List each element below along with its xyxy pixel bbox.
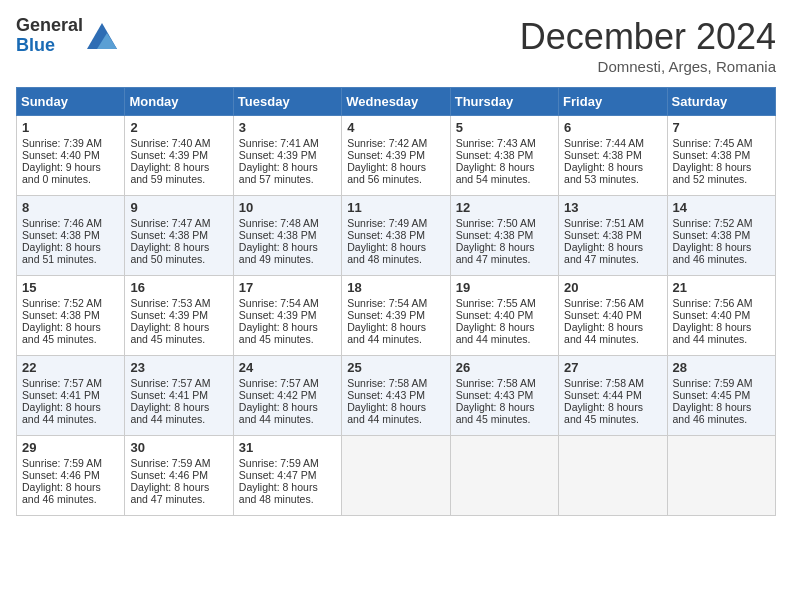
calendar-cell: 17 Sunrise: 7:54 AM Sunset: 4:39 PM Dayl… — [233, 276, 341, 356]
sunset-label: Sunset: 4:38 PM — [456, 149, 534, 161]
header-row: Sunday Monday Tuesday Wednesday Thursday… — [17, 88, 776, 116]
day-number: 24 — [239, 360, 336, 375]
day-number: 3 — [239, 120, 336, 135]
day-number: 18 — [347, 280, 444, 295]
sunset-label: Sunset: 4:39 PM — [130, 309, 208, 321]
th-monday: Monday — [125, 88, 233, 116]
calendar-header: Sunday Monday Tuesday Wednesday Thursday… — [17, 88, 776, 116]
sunrise-label: Sunrise: 7:52 AM — [22, 297, 102, 309]
sunset-label: Sunset: 4:43 PM — [456, 389, 534, 401]
day-number: 28 — [673, 360, 770, 375]
daylight-label: Daylight: 8 hours and 48 minutes. — [239, 481, 318, 505]
daylight-label: Daylight: 8 hours and 44 minutes. — [22, 401, 101, 425]
calendar-cell: 30 Sunrise: 7:59 AM Sunset: 4:46 PM Dayl… — [125, 436, 233, 516]
sunrise-label: Sunrise: 7:41 AM — [239, 137, 319, 149]
sunrise-label: Sunrise: 7:59 AM — [130, 457, 210, 469]
daylight-label: Daylight: 8 hours and 56 minutes. — [347, 161, 426, 185]
sunset-label: Sunset: 4:38 PM — [564, 149, 642, 161]
sunset-label: Sunset: 4:38 PM — [564, 229, 642, 241]
calendar-cell: 22 Sunrise: 7:57 AM Sunset: 4:41 PM Dayl… — [17, 356, 125, 436]
day-number: 23 — [130, 360, 227, 375]
sunset-label: Sunset: 4:39 PM — [347, 149, 425, 161]
th-saturday: Saturday — [667, 88, 775, 116]
day-number: 9 — [130, 200, 227, 215]
day-number: 17 — [239, 280, 336, 295]
sunset-label: Sunset: 4:39 PM — [239, 149, 317, 161]
sunrise-label: Sunrise: 7:39 AM — [22, 137, 102, 149]
calendar-cell: 29 Sunrise: 7:59 AM Sunset: 4:46 PM Dayl… — [17, 436, 125, 516]
sunrise-label: Sunrise: 7:55 AM — [456, 297, 536, 309]
daylight-label: Daylight: 8 hours and 54 minutes. — [456, 161, 535, 185]
logo-icon — [87, 23, 117, 49]
month-title: December 2024 — [520, 16, 776, 58]
daylight-label: Daylight: 8 hours and 45 minutes. — [564, 401, 643, 425]
sunrise-label: Sunrise: 7:49 AM — [347, 217, 427, 229]
th-tuesday: Tuesday — [233, 88, 341, 116]
sunrise-label: Sunrise: 7:44 AM — [564, 137, 644, 149]
calendar-cell: 16 Sunrise: 7:53 AM Sunset: 4:39 PM Dayl… — [125, 276, 233, 356]
sunset-label: Sunset: 4:38 PM — [673, 229, 751, 241]
calendar-row-3: 15 Sunrise: 7:52 AM Sunset: 4:38 PM Dayl… — [17, 276, 776, 356]
calendar-cell: 19 Sunrise: 7:55 AM Sunset: 4:40 PM Dayl… — [450, 276, 558, 356]
daylight-label: Daylight: 8 hours and 44 minutes. — [239, 401, 318, 425]
daylight-label: Daylight: 8 hours and 45 minutes. — [456, 401, 535, 425]
calendar-cell: 10 Sunrise: 7:48 AM Sunset: 4:38 PM Dayl… — [233, 196, 341, 276]
sunset-label: Sunset: 4:40 PM — [456, 309, 534, 321]
calendar-cell — [342, 436, 450, 516]
calendar-body: 1 Sunrise: 7:39 AM Sunset: 4:40 PM Dayli… — [17, 116, 776, 516]
sunrise-label: Sunrise: 7:46 AM — [22, 217, 102, 229]
location-subtitle: Domnesti, Arges, Romania — [520, 58, 776, 75]
daylight-label: Daylight: 8 hours and 47 minutes. — [564, 241, 643, 265]
sunrise-label: Sunrise: 7:59 AM — [22, 457, 102, 469]
day-number: 26 — [456, 360, 553, 375]
calendar-cell — [559, 436, 667, 516]
sunset-label: Sunset: 4:38 PM — [130, 229, 208, 241]
sunset-label: Sunset: 4:40 PM — [673, 309, 751, 321]
daylight-label: Daylight: 8 hours and 44 minutes. — [673, 321, 752, 345]
sunrise-label: Sunrise: 7:53 AM — [130, 297, 210, 309]
calendar-cell: 20 Sunrise: 7:56 AM Sunset: 4:40 PM Dayl… — [559, 276, 667, 356]
calendar-row-1: 1 Sunrise: 7:39 AM Sunset: 4:40 PM Dayli… — [17, 116, 776, 196]
sunset-label: Sunset: 4:44 PM — [564, 389, 642, 401]
day-number: 2 — [130, 120, 227, 135]
calendar-table: Sunday Monday Tuesday Wednesday Thursday… — [16, 87, 776, 516]
sunset-label: Sunset: 4:38 PM — [456, 229, 534, 241]
calendar-row-5: 29 Sunrise: 7:59 AM Sunset: 4:46 PM Dayl… — [17, 436, 776, 516]
day-number: 14 — [673, 200, 770, 215]
sunrise-label: Sunrise: 7:58 AM — [347, 377, 427, 389]
calendar-cell: 5 Sunrise: 7:43 AM Sunset: 4:38 PM Dayli… — [450, 116, 558, 196]
logo-general-text: General — [16, 15, 83, 35]
daylight-label: Daylight: 8 hours and 44 minutes. — [347, 401, 426, 425]
sunset-label: Sunset: 4:38 PM — [239, 229, 317, 241]
day-number: 29 — [22, 440, 119, 455]
day-number: 7 — [673, 120, 770, 135]
sunrise-label: Sunrise: 7:54 AM — [239, 297, 319, 309]
day-number: 27 — [564, 360, 661, 375]
calendar-cell: 27 Sunrise: 7:58 AM Sunset: 4:44 PM Dayl… — [559, 356, 667, 436]
logo-blue-text: Blue — [16, 35, 55, 55]
daylight-label: Daylight: 8 hours and 49 minutes. — [239, 241, 318, 265]
sunrise-label: Sunrise: 7:42 AM — [347, 137, 427, 149]
day-number: 15 — [22, 280, 119, 295]
calendar-cell: 6 Sunrise: 7:44 AM Sunset: 4:38 PM Dayli… — [559, 116, 667, 196]
daylight-label: Daylight: 8 hours and 47 minutes. — [130, 481, 209, 505]
sunrise-label: Sunrise: 7:47 AM — [130, 217, 210, 229]
calendar-cell: 3 Sunrise: 7:41 AM Sunset: 4:39 PM Dayli… — [233, 116, 341, 196]
daylight-label: Daylight: 8 hours and 50 minutes. — [130, 241, 209, 265]
day-number: 13 — [564, 200, 661, 215]
day-number: 20 — [564, 280, 661, 295]
sunrise-label: Sunrise: 7:58 AM — [456, 377, 536, 389]
logo: General Blue — [16, 16, 117, 56]
sunrise-label: Sunrise: 7:48 AM — [239, 217, 319, 229]
calendar-cell: 4 Sunrise: 7:42 AM Sunset: 4:39 PM Dayli… — [342, 116, 450, 196]
sunrise-label: Sunrise: 7:40 AM — [130, 137, 210, 149]
th-friday: Friday — [559, 88, 667, 116]
calendar-cell: 21 Sunrise: 7:56 AM Sunset: 4:40 PM Dayl… — [667, 276, 775, 356]
sunset-label: Sunset: 4:41 PM — [22, 389, 100, 401]
day-number: 30 — [130, 440, 227, 455]
daylight-label: Daylight: 8 hours and 46 minutes. — [673, 401, 752, 425]
sunrise-label: Sunrise: 7:50 AM — [456, 217, 536, 229]
sunset-label: Sunset: 4:41 PM — [130, 389, 208, 401]
calendar-cell: 2 Sunrise: 7:40 AM Sunset: 4:39 PM Dayli… — [125, 116, 233, 196]
sunset-label: Sunset: 4:42 PM — [239, 389, 317, 401]
